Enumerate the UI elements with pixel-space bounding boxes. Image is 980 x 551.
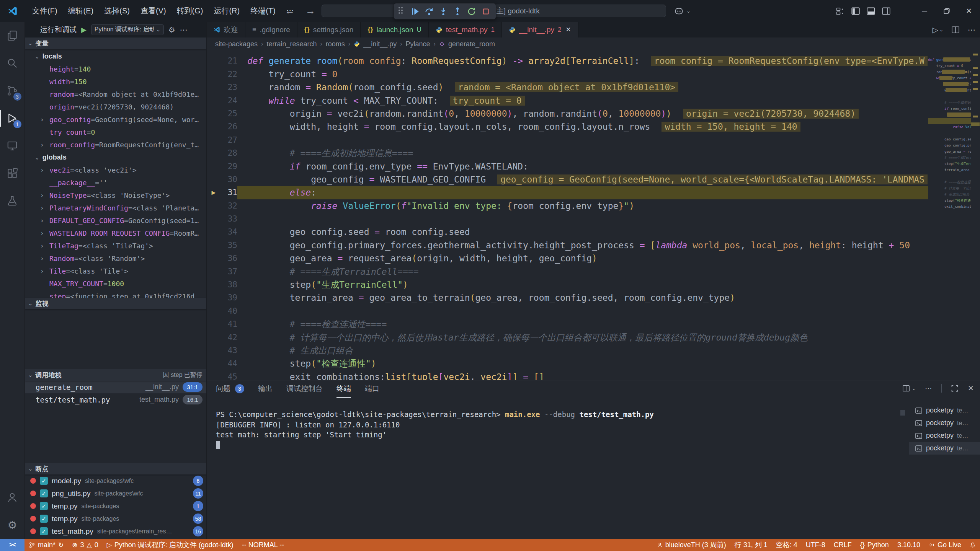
terminal-output[interactable]: PS C:\computer_science\godot-ldtk\site-p… (216, 409, 903, 536)
terminal-list-item[interactable]: pocketpyte… (909, 442, 980, 455)
code-line[interactable]: 30 geo_config = WASTELAND_GEO_CONFIGgeo_… (207, 173, 928, 186)
toggle-primary-sidebar-icon[interactable] (851, 6, 861, 16)
breakpoint-checkbox[interactable]: ✓ (40, 502, 48, 510)
variable-row[interactable]: ›DEFAULT_GEO_CONFIG = GeoConfig(seed=1… (25, 214, 206, 227)
variable-row[interactable]: ›TileTag = <class 'TileTag'> (25, 240, 206, 252)
breadcrumb-item[interactable]: generate_room (448, 40, 495, 48)
debug-step-into-button[interactable] (436, 4, 450, 18)
eol-item[interactable]: CRLF (830, 539, 856, 551)
tab-test-math-py[interactable]: test_math.py 1 (429, 22, 502, 37)
variable-row[interactable]: ›vec2i = <class 'vec2i'> (25, 164, 206, 176)
split-terminal-button[interactable]: ⌄ (902, 384, 916, 393)
terminal-list-item[interactable]: pocketpyte… (909, 429, 980, 442)
variable-row[interactable]: origin = vec2i(7205730, 9024468) (25, 101, 206, 113)
debug-stop-button[interactable] (479, 4, 493, 18)
variable-row[interactable]: random = <Random object at 0x1bf9d01e… (25, 88, 206, 101)
callstack-section-header[interactable]: ⌄ 调用堆栈 因 step 已暂停 (25, 369, 206, 381)
debug-session-item[interactable]: ▷ Python 调试程序: 启动文件 (godot-ldtk) (103, 539, 238, 551)
run-python-file-button[interactable]: ▷ ⌄ (933, 25, 943, 34)
code-line[interactable]: 41 # ====检查连通性==== (207, 318, 928, 331)
variable-row[interactable]: __package__ = '' (25, 176, 206, 189)
code-line[interactable]: 25 origin = vec2i(random.randint(0, 1000… (207, 107, 928, 120)
copilot-chevron-icon[interactable]: ⌄ (686, 8, 691, 14)
terminal-list-item[interactable]: pocketpyte… (909, 404, 980, 417)
code-line[interactable]: 44 step("检查连通性") (207, 357, 928, 370)
tab-gdignore[interactable]: ≡ .gdignore (245, 22, 297, 37)
terminal-scrollbar[interactable] (900, 410, 905, 416)
variables-scope[interactable]: ⌄globals (25, 151, 206, 164)
activity-source-control[interactable]: 3 (0, 77, 25, 104)
breakpoint-checkbox[interactable]: ✓ (40, 527, 48, 535)
variable-row[interactable]: ›room_config = RoomRequestConfig(env_t… (25, 139, 206, 151)
toggle-secondary-sidebar-icon[interactable] (881, 6, 891, 16)
menu-run[interactable]: 运行(R) (208, 3, 245, 19)
panel-tab-ports[interactable]: 端口 (365, 380, 379, 398)
variable-row[interactable]: MAX_TRY_COUNT = 1000 (25, 277, 206, 290)
code-line[interactable]: 22 try_count = 0 (207, 68, 928, 81)
code-line[interactable]: 32 raise ValueError(f"Invalid env type: … (207, 199, 928, 212)
activity-settings[interactable]: ⚙ (0, 511, 25, 539)
overview-ruler[interactable] (971, 51, 980, 380)
debug-restart-button[interactable] (464, 4, 479, 18)
debug-step-over-button[interactable] (422, 4, 436, 18)
tab-welcome[interactable]: 欢迎 (207, 22, 245, 37)
code-line[interactable]: 21def generate_room(room_config: RoomReq… (207, 54, 928, 67)
copilot-icon[interactable] (674, 6, 684, 16)
code-line[interactable]: 26 width, height = room_config.layout.n_… (207, 120, 928, 133)
variable-row[interactable]: try_count = 0 (25, 126, 206, 139)
window-close-button[interactable]: ✕ (958, 0, 980, 22)
breakpoint-checkbox[interactable]: ✓ (40, 489, 48, 497)
variables-section-header[interactable]: ⌄ 变量 (25, 37, 206, 49)
sidebar-more-icon[interactable]: ⋯ (180, 25, 188, 34)
variable-row[interactable]: height = 140 (25, 63, 206, 75)
menu-go[interactable]: 转到(G) (172, 3, 209, 19)
code-line[interactable]: 36 geo_area = request_area(origin, width… (207, 252, 928, 265)
variable-row[interactable]: ›Random = <class 'Random'> (25, 252, 206, 265)
activity-run-debug[interactable]: 1 (0, 104, 25, 132)
code-line[interactable]: 38 step("生成TerrainCell") (207, 278, 928, 291)
activity-search[interactable] (0, 49, 25, 77)
variable-row[interactable]: ›Tile = <class 'Tile'> (25, 265, 206, 277)
close-panel-icon[interactable]: ✕ (968, 384, 974, 393)
window-restore-button[interactable] (936, 0, 958, 22)
code-line[interactable]: 24 while try_count < MAX_TRY_COUNT:try_c… (207, 94, 928, 107)
drag-grip-icon[interactable] (399, 7, 405, 16)
code-line[interactable]: 37 # ====生成TerrainCell==== (207, 265, 928, 278)
nav-back-icon[interactable]: ← (285, 5, 295, 17)
python-version-item[interactable]: 3.10.10 (893, 539, 924, 551)
menu-edit[interactable]: 编辑(E) (63, 3, 99, 19)
activity-extensions[interactable] (0, 160, 25, 187)
variable-row[interactable]: ›NoiseType = <class 'NoiseType'> (25, 189, 206, 202)
activity-remote-explorer[interactable] (0, 132, 25, 160)
watch-section-header[interactable]: ⌄ 监视 (25, 298, 206, 309)
code-line[interactable]: 27 (207, 134, 928, 147)
code-line[interactable]: 23 random = Random(room_config.seed)rand… (207, 81, 928, 94)
menu-file[interactable]: 文件(F) (27, 3, 63, 19)
code-line[interactable]: 20 (207, 51, 928, 54)
activity-testing[interactable] (0, 187, 25, 215)
code-line[interactable]: ▶31 else: (207, 186, 928, 199)
panel-tab-output[interactable]: 输出 (258, 380, 273, 398)
nav-forward-icon[interactable]: → (305, 5, 315, 17)
editor-more-icon[interactable]: ⋯ (968, 25, 975, 34)
breakpoint-row[interactable]: ✓temp.pysite-packages58 (25, 512, 206, 525)
breakpoint-checkbox[interactable]: ✓ (40, 515, 48, 523)
breadcrumb-item[interactable]: site-packages (215, 40, 258, 48)
branch-item[interactable]: main* ↻ (24, 539, 68, 551)
variable-row[interactable]: ›PlanetaryWindConfig = <class 'Planeta… (25, 202, 206, 214)
code-line[interactable]: 39 terrain_area = geo_area_to_terrain(ge… (207, 291, 928, 304)
panel-tab-debug-console[interactable]: 调试控制台 (286, 380, 323, 398)
menu-view[interactable]: 查看(V) (135, 3, 172, 19)
activity-accounts[interactable] (0, 484, 25, 511)
problems-item[interactable]: ⊗ 3 △ 0 (68, 539, 102, 551)
remote-indicator[interactable]: >< (0, 539, 24, 551)
stack-frame[interactable]: generate_room__init__.py31:1 (25, 381, 206, 393)
code-line[interactable]: 34 geo_config.seed = room_config.seed (207, 225, 928, 238)
breadcrumb-item[interactable]: terrain_research (266, 40, 317, 48)
language-mode-item[interactable]: {} Python (856, 539, 893, 551)
debug-config-select[interactable]: Python 调试程序: 启动文件 ⌄ (91, 24, 164, 35)
menu-selection[interactable]: 选择(S) (99, 3, 135, 19)
debug-step-out-button[interactable] (450, 4, 464, 18)
tab-init-py[interactable]: __init__.py 2 ✕ (502, 22, 578, 37)
code-line[interactable]: 42 # 计算每一个出口的中心，然后使用astar生成路径，确保每一个出口组合都… (207, 331, 928, 344)
